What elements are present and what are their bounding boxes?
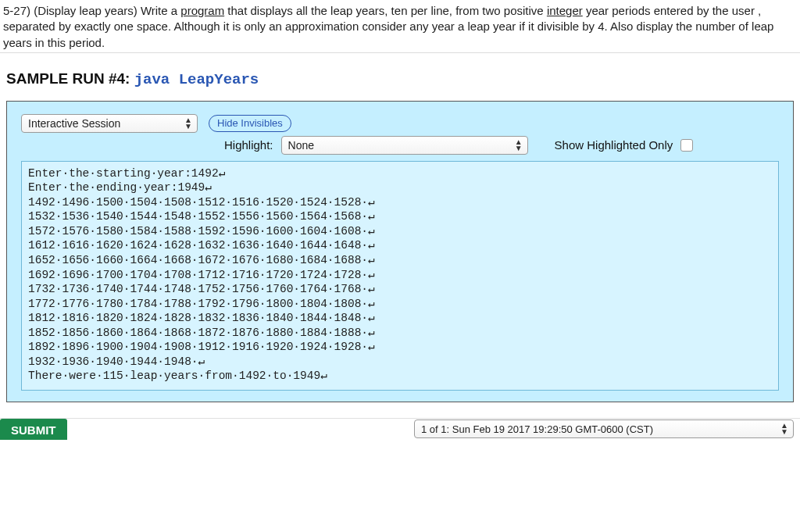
prompt-text: that displays all the leap years, ten pe… <box>224 4 547 17</box>
show-highlighted-only-label: Show Highlighted Only <box>555 138 673 152</box>
hide-invisibles-label: Hide Invisibles <box>217 117 283 129</box>
submit-label: SUBMIT <box>11 423 56 437</box>
updown-icon: ▲▼ <box>184 117 192 130</box>
session-mode-value: Interactive Session <box>28 117 120 130</box>
sample-run-command: java LeapYears <box>134 71 259 88</box>
sample-run-label: SAMPLE RUN #4: <box>6 70 134 87</box>
updown-icon: ▲▼ <box>515 139 523 152</box>
prompt-text: 5-27) (Display leap years) Write a <box>3 4 180 17</box>
highlight-label: Highlight: <box>224 138 273 152</box>
sample-run-heading: SAMPLE RUN #4: java LeapYears <box>0 53 800 96</box>
session-mode-select[interactable]: Interactive Session ▲▼ <box>21 114 198 133</box>
highlight-select[interactable]: None ▲▼ <box>281 136 528 155</box>
submission-history-value: 1 of 1: Sun Feb 19 2017 19:29:50 GMT-060… <box>421 423 653 435</box>
highlight-value: None <box>288 139 314 152</box>
sample-run-panel: Interactive Session ▲▼ Hide Invisibles H… <box>6 101 794 402</box>
submission-history-select[interactable]: 1 of 1: Sun Feb 19 2017 19:29:50 GMT-060… <box>414 420 794 438</box>
underline-program: program <box>180 4 224 17</box>
problem-statement: 5-27) (Display leap years) Write a progr… <box>0 0 800 53</box>
program-output: Enter·the·starting·year:1492↵ Enter·the·… <box>21 161 779 391</box>
show-highlighted-only-checkbox[interactable] <box>680 139 693 152</box>
hide-invisibles-button[interactable]: Hide Invisibles <box>209 115 291 132</box>
underline-integer: integer <box>547 4 583 17</box>
submit-button[interactable]: SUBMIT <box>0 419 67 440</box>
updown-icon: ▲▼ <box>780 423 788 435</box>
